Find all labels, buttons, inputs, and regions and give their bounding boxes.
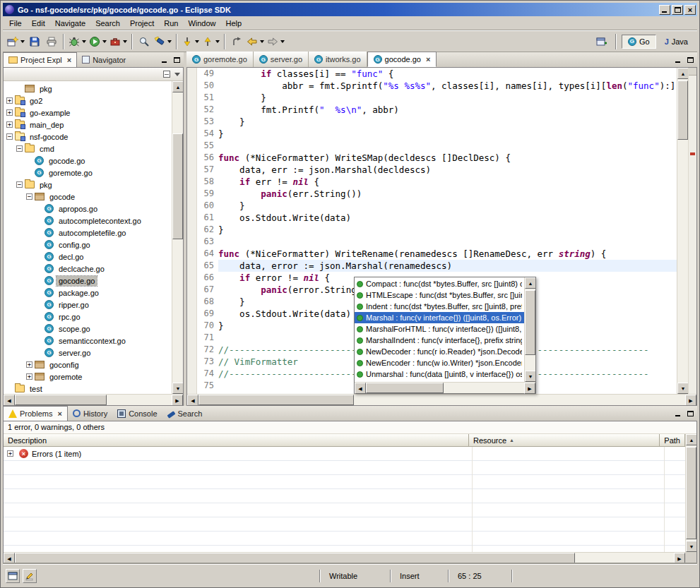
edit-status-button[interactable] [23,569,37,583]
scroll-right-button[interactable]: ▶ [685,395,696,406]
code-line[interactable]: func (*NiceFormatter) WriteRename(rename… [218,248,677,260]
dropdown-arrow-icon[interactable] [195,40,199,43]
view-menu-icon[interactable] [174,73,180,76]
tree-item[interactable]: +go-example [4,107,172,119]
view-tab-problems[interactable]: Problems× [3,406,68,421]
menu-window[interactable]: Window [183,17,220,30]
perspective-java-button[interactable]: J Java [658,35,694,49]
scrollbar-thumb[interactable] [172,133,183,239]
scroll-down-button[interactable]: ▼ [525,371,535,382]
column-header-path[interactable]: Path [660,434,685,446]
scroll-up-button[interactable]: ▲ [525,277,535,289]
code-line[interactable]: } [218,128,677,140]
editor-tab-server.go[interactable]: Gserver.go [254,52,309,67]
maximize-button[interactable] [672,5,683,15]
scrollbar-thumb[interactable] [677,80,688,140]
view-tab-project-expl[interactable]: Project Expl× [3,52,77,67]
scrollbar-track[interactable] [525,289,535,371]
autocomplete-vertical-scrollbar[interactable]: ▲ ▼ [524,277,535,382]
close-icon[interactable]: × [67,56,71,64]
expander-icon[interactable]: + [6,97,13,104]
scroll-left-button[interactable]: ◀ [4,395,15,406]
expander-icon[interactable]: − [26,193,32,200]
minimize-view-button[interactable] [672,54,684,66]
maximize-view-button[interactable] [684,408,696,419]
scroll-down-button[interactable]: ▼ [172,383,183,394]
problems-vertical-scrollbar[interactable]: ▲ ▼ [685,434,696,552]
tree-item[interactable]: +goconfig [4,359,172,371]
code-line[interactable]: } [218,224,677,236]
print-button[interactable] [43,33,60,50]
expander-icon[interactable]: + [7,450,13,457]
tree-item[interactable]: −nsf-gocode [4,131,172,143]
code-line[interactable]: } [218,92,677,104]
scroll-right-button[interactable]: ▶ [674,553,685,564]
code-line[interactable]: } [218,116,677,128]
tree-item[interactable]: +goremote [4,371,172,383]
line-number-gutter[interactable]: 4950515253545556575859606162636465666768… [197,68,218,394]
menu-navigate[interactable]: Navigate [50,17,90,30]
autocomplete-horizontal-scrollbar[interactable]: ◀ ▶ [355,382,535,393]
maximize-view-button[interactable] [684,54,696,66]
tree-item[interactable]: Gripper.go [4,299,172,311]
scrollbar-thumb[interactable] [366,383,444,393]
scroll-right-button[interactable]: ▶ [524,383,535,394]
editor-vertical-scrollbar[interactable]: ▲ ▼ [677,68,688,394]
tree-item[interactable]: Gconfig.go [4,239,172,251]
minimize-button[interactable] [659,5,670,15]
code-line[interactable]: if classes[i] == "func" { [218,68,677,80]
code-line[interactable]: data, error := json.Marshal(renamedescs) [218,260,677,272]
tree-item[interactable]: Gsemanticcontext.go [4,335,172,347]
open-perspective-button[interactable] [593,33,610,50]
expander-icon[interactable]: + [6,109,13,116]
code-line[interactable] [218,236,677,248]
tree-item[interactable]: Gscope.go [4,323,172,335]
tree-item[interactable]: Gdecl.go [4,251,172,263]
tree-item[interactable]: Ggoremote.go [4,167,172,179]
forward-button[interactable] [266,33,286,50]
autocomplete-item[interactable]: MarshalIndent : func(v interface{}, pref… [355,335,524,346]
dropdown-arrow-icon[interactable] [260,40,264,43]
dropdown-arrow-icon[interactable] [215,40,220,43]
close-icon[interactable]: × [426,55,430,64]
dropdown-arrow-icon[interactable] [280,40,285,43]
menu-edit[interactable]: Edit [27,17,50,30]
code-line[interactable]: func (*NiceFormatter) WriteSMap(decldesc… [218,152,677,164]
scrollbar-thumb[interactable] [15,553,575,563]
scrollbar-track[interactable] [172,92,183,383]
editor-tab-gocode.go[interactable]: Ggocode.go× [367,52,437,67]
column-header-resource[interactable]: Resource▲ [469,434,660,446]
scrollbar-track[interactable] [15,395,172,405]
editor-tab-goremote.go[interactable]: Ggoremote.go [186,52,254,67]
tree-item[interactable]: −cmd [4,143,172,155]
tree-item[interactable]: test [4,383,172,394]
collapse-all-icon[interactable] [163,71,170,78]
dropdown-arrow-icon[interactable] [20,40,25,43]
view-tab-console[interactable]: Console [112,406,162,421]
autocomplete-item[interactable]: HTMLEscape : func(dst *bytes.Buffer, src… [355,289,524,301]
tree-item[interactable]: Gapropos.go [4,203,172,215]
minimize-view-button[interactable] [159,54,170,66]
scrollbar-track[interactable] [686,445,696,541]
autocomplete-item[interactable]: Indent : func(dst *bytes.Buffer, src []u… [355,301,524,312]
dropdown-arrow-icon[interactable] [102,40,107,43]
overview-ruler[interactable] [688,68,696,394]
close-icon[interactable]: × [57,409,61,418]
tree-item[interactable]: Grpc.go [4,311,172,323]
view-tab-search[interactable]: Search [162,406,208,421]
prev-annotation-button[interactable] [201,33,221,50]
autocomplete-item[interactable]: Marshal : func(v interface{}) ([]uint8, … [355,312,524,323]
view-tab-history[interactable]: History [68,406,112,421]
tree-item[interactable]: Gserver.go [4,347,172,359]
tree-item[interactable]: Ggocode.go [4,275,172,287]
error-marker[interactable] [690,152,695,155]
close-button[interactable]: × [684,5,696,15]
column-header-description[interactable]: Description [4,434,469,446]
perspective-go-button[interactable]: G Go [622,35,656,49]
scroll-left-button[interactable]: ◀ [187,395,198,406]
external-tools-button[interactable] [108,33,129,50]
titlebar[interactable]: Go - nsf-gocode/src/pkg/gocode/gocode.go… [3,3,697,16]
autocomplete-item[interactable]: Unmarshal : func(data []uint8, v interfa… [355,368,524,380]
menu-run[interactable]: Run [159,17,183,30]
scrollbar-thumb[interactable] [686,447,696,539]
